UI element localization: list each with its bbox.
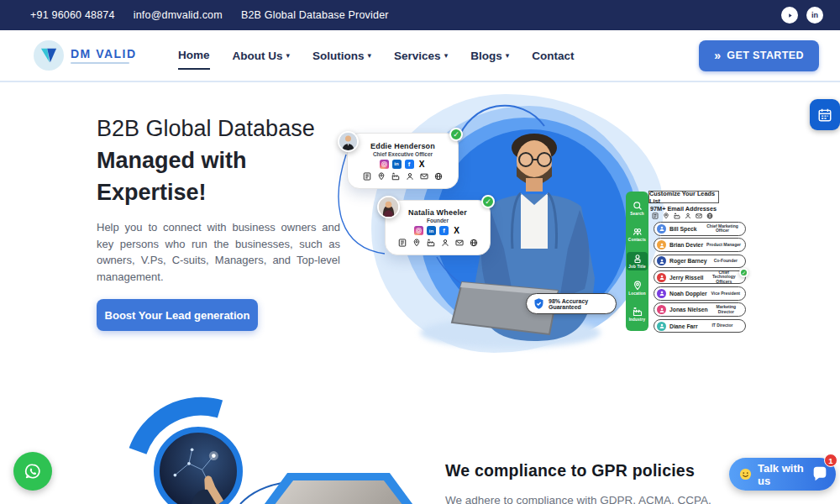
get-started-button[interactable]: » GET STARTED [699,40,819,71]
verified-check-icon: ✓ [481,195,495,208]
instagram-icon[interactable] [380,160,389,169]
shield-check-icon [533,297,545,310]
nav-item-services[interactable]: Services▾ [394,43,448,69]
profile-social-row: in f X [380,160,427,169]
nav-item-blogs[interactable]: Blogs▾ [470,43,509,69]
topbar: +91 96060 48874 info@dmvalid.com B2B Glo… [0,0,840,30]
facebook-icon[interactable]: f [439,226,449,235]
profile-field-icons [398,239,478,247]
topbar-tagline: B2B Global Database Provider [241,9,389,21]
topbar-phone[interactable]: +91 96060 48874 [30,9,115,21]
filter-contacts[interactable]: Contacts [627,225,648,244]
email-icon [455,239,464,247]
youtube-icon[interactable] [781,7,798,24]
chevron-down-icon: ▾ [444,51,449,60]
filter-job-title[interactable]: Job Title [627,252,648,270]
lead-avatar [657,305,666,314]
avatar [377,196,400,218]
leads-panel-field-icons [652,213,713,219]
nav-item-solutions[interactable]: Solutions▾ [312,43,371,69]
profile-title: Chief Executive Officer [373,151,433,157]
hero-title: B2B Global Database Managed with Experti… [97,113,349,208]
selected-check-icon: ✓ [739,268,748,277]
profile-title: Founder [427,218,449,223]
smiley-icon [739,468,752,480]
profile-name: Natalia Wheeler [408,208,467,217]
calendar-button[interactable] [810,99,840,130]
person-icon [441,239,449,247]
x-icon[interactable]: X [417,160,427,169]
leads-panel-header: Customize Your Leads List [648,191,719,203]
compliance-heading: We compliance to GPR policies [445,461,695,480]
website-icon [434,172,443,181]
website-icon [470,239,478,247]
location-icon [663,213,669,219]
facebook-icon[interactable]: f [405,160,414,169]
profile-card-natalia[interactable]: ✓ Natalia Wheeler Founder in f X [385,200,491,255]
nav-item-about-us[interactable]: About Us▾ [233,43,291,69]
list-icon [652,213,659,219]
talk-with-us-widget[interactable]: Talk with us 1 [729,458,836,491]
lead-row[interactable]: Noah Doppler Vice President [654,286,746,301]
profile-social-row: in f X [414,226,461,235]
chevron-down-icon: ▾ [506,51,510,60]
lead-row[interactable]: Jerry Rissell Chief Technology Officers … [654,270,746,285]
email-icon [420,172,428,181]
company-icon [427,239,435,247]
person-icon [685,213,691,219]
contacts-icon [633,227,643,237]
linkedin-icon[interactable]: in [427,226,436,235]
chevron-down-icon: ▾ [368,51,372,60]
lead-row[interactable]: Roger Barney Co-Founder [654,255,746,269]
instagram-icon[interactable] [414,226,423,235]
profile-card-eddie[interactable]: ✓ Eddie Henderson Chief Executive Office… [347,133,459,189]
email-icon [696,213,702,219]
company-icon [674,213,680,219]
profile-name: Eddie Henderson [370,142,435,150]
x-icon[interactable]: X [452,226,461,235]
lead-row[interactable]: Brian Devier Product Manager [654,238,746,252]
verified-check-icon: ✓ [449,128,463,141]
topbar-email[interactable]: info@dmvalid.com [134,9,223,21]
list-icon [363,172,371,181]
chat-notification-badge: 1 [824,454,837,467]
leads-filter-sidebar: Search Contacts Job Title Location Indus… [626,192,648,331]
hero-paragraph: Help you to connect with business owners… [97,219,340,285]
double-arrow-icon: » [714,49,721,62]
whatsapp-icon [22,460,44,482]
chat-label: Talk with us [758,462,805,487]
logo-text: DM VALID [71,47,137,60]
job-title-icon [633,254,643,264]
lead-row[interactable]: Jonas Nielsen Marketing Director [654,302,746,317]
accuracy-badge: 98% Accuracy Guaranteed [526,293,617,314]
lead-avatar [657,289,666,298]
lead-row[interactable]: Bill Speck Chief Marketing Officer [654,222,746,236]
nav-item-home[interactable]: Home [178,42,210,70]
location-icon [412,239,421,247]
lead-avatar [657,322,666,331]
nav-item-contact[interactable]: Contact [532,43,574,69]
page: +91 96060 48874 info@dmvalid.com B2B Glo… [0,0,840,504]
filter-search[interactable]: Search [627,199,648,218]
search-icon [633,201,643,211]
accuracy-badge-label: 98% Accuracy Guaranteed [549,298,610,310]
chat-bubble-icon [811,465,829,484]
compliance-paragraph: We adhere to compliance with GDPR, ACMA,… [445,492,731,504]
profile-field-icons [363,172,443,181]
lead-row[interactable]: Diane Farr IT Director [654,319,746,333]
whatsapp-button[interactable] [13,452,52,491]
lead-avatar [657,224,666,234]
linkedin-icon[interactable]: in [806,7,823,24]
leads-list: Bill Speck Chief Marketing Officer Brian… [654,222,746,333]
boost-lead-generation-button[interactable]: Boost Your Lead generation [97,299,258,331]
company-icon [391,172,400,181]
location-icon [633,281,643,291]
list-icon [398,239,407,247]
location-icon [377,172,386,181]
filter-location[interactable]: Location [627,279,648,297]
logo-v-icon [34,40,64,71]
leads-panel-subheader: 97M+ Email Addresses [650,205,717,213]
filter-industry[interactable]: Industry [627,305,648,323]
logo[interactable]: DM VALID [34,40,151,71]
linkedin-icon[interactable]: in [392,160,402,169]
